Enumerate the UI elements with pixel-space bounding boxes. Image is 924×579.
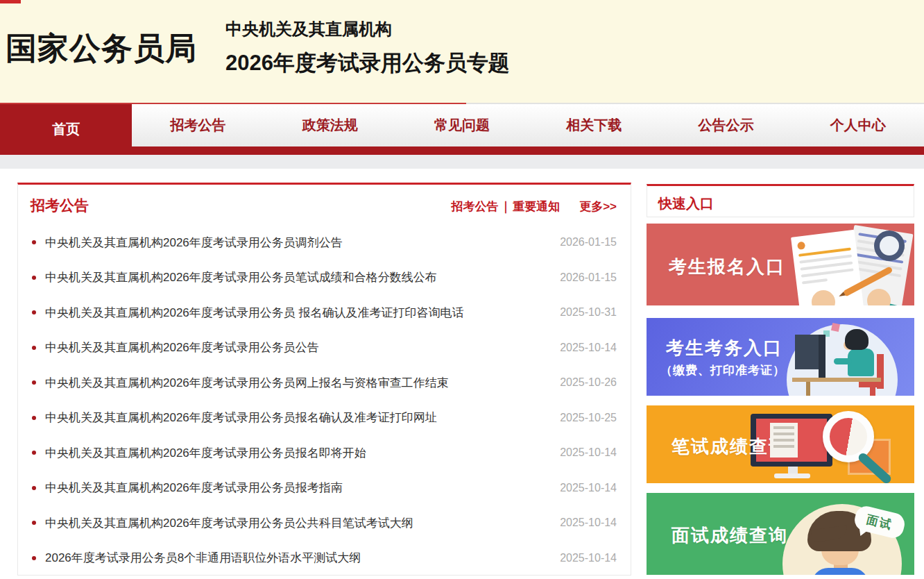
nav-tab-label: 公告公示	[699, 116, 754, 135]
site-logo: 国家公务员局	[6, 28, 197, 69]
main-nav: 首页 招考公告 政策法规 常见问题 相关下载 公告公示 个人中心	[0, 104, 924, 155]
bullet-icon	[32, 310, 36, 314]
announcement-title: 中央机关及其直属机构2026年度考试录用公务员报名即将开始	[45, 445, 551, 461]
bullet-icon	[32, 346, 36, 350]
card-registration-label: 考生报名入口	[669, 255, 785, 279]
announcement-date: 2025-10-26	[560, 376, 617, 389]
announcement-date: 2025-10-14	[560, 517, 617, 529]
header-titles: 中央机关及其直属机构 2026年度考试录用公务员专题	[225, 18, 510, 78]
announcement-title: 中央机关及其直属机构2026年度考试录用公务员公告	[45, 339, 551, 355]
announcement-item[interactable]: 中央机关及其直属机构2026年度考试录用公务员 报名确认及准考证打印咨询电话 2…	[32, 295, 617, 330]
nav-tab-4[interactable]: 相关下载	[528, 104, 660, 146]
nav-tab-label: 相关下载	[566, 116, 622, 135]
announcement-item[interactable]: 中央机关及其直属机构2026年度考试录用公务员报考指南 2025-10-14	[32, 471, 617, 506]
tab-important-notice[interactable]: 重要通知	[513, 199, 560, 215]
announcement-date: 2025-10-25	[560, 412, 617, 424]
announcement-title: 中央机关及其直属机构2026年度考试录用公务员笔试成绩和合格分数线公布	[45, 269, 551, 285]
announcement-date: 2025-10-14	[560, 446, 617, 459]
card-interview-score-label: 面试成绩查询	[671, 523, 788, 548]
clock-icon	[874, 230, 905, 261]
announcement-date: 2026-01-15	[560, 271, 617, 284]
announcement-title: 中央机关及其直属机构2026年度考试录用公务员网上报名与资格审查工作结束	[45, 375, 551, 391]
announcement-date: 2025-10-14	[560, 342, 617, 354]
announcements-title: 招考公告	[31, 196, 89, 215]
nav-tab-2[interactable]: 政策法规	[264, 104, 396, 146]
bullet-icon	[32, 556, 36, 560]
nav-tab-label: 首页	[52, 120, 80, 139]
announcement-item[interactable]: 中央机关及其直属机构2026年度考试录用公务员笔试成绩和合格分数线公布 2026…	[32, 260, 617, 296]
nav-red-stripe	[0, 146, 924, 155]
announcement-title: 中央机关及其直属机构2026年度考试录用公务员 报名确认及准考证打印咨询电话	[45, 305, 551, 321]
header-subtitle: 中央机关及其直属机构	[225, 18, 510, 40]
announcement-item[interactable]: 中央机关及其直属机构2026年度考试录用公务员报名即将开始 2025-10-14	[32, 435, 617, 471]
quick-entry-title: 快速入口	[647, 186, 914, 213]
card-exam-affairs-sublabel: （缴费、打印准考证）	[660, 362, 785, 378]
nav-tabs: 首页 招考公告 政策法规 常见问题 相关下载 公告公示 个人中心	[0, 104, 924, 146]
bullet-icon	[32, 240, 36, 244]
nav-tab-label: 招考公告	[170, 116, 225, 135]
announcements-panel: 招考公告 招考公告 ｜ 重要通知 更多>> 中央机关及其直属机构2026年度考试…	[17, 183, 631, 576]
card-written-score-query[interactable]: 笔试成绩查询	[647, 405, 914, 483]
announcement-item[interactable]: 中央机关及其直属机构2026年度考试录用公务员公告 2025-10-14	[32, 330, 617, 366]
announcement-title: 中央机关及其直属机构2026年度考试录用公务员公共科目笔试考试大纲	[45, 515, 551, 531]
announcement-date: 2026-01-15	[560, 236, 617, 249]
nav-tab-1[interactable]: 招考公告	[132, 104, 264, 146]
nav-tab-label: 政策法规	[302, 116, 358, 135]
bullet-icon	[32, 276, 36, 280]
main-content: 招考公告 招考公告 ｜ 重要通知 更多>> 中央机关及其直属机构2026年度考试…	[0, 169, 924, 579]
red-corner-mark	[0, 0, 21, 3]
card-interview-score-query[interactable]: 面试成绩查询 面试	[647, 493, 914, 575]
nav-tab-label: 常见问题	[434, 116, 490, 135]
announcement-title: 2026年度考试录用公务员8个非通用语职位外语水平测试大纲	[45, 550, 551, 566]
card-registration-entry[interactable]: 考生报名入口	[647, 224, 914, 305]
nav-tab-0[interactable]: 首页	[0, 104, 132, 155]
page-title: 2026年度考试录用公务员专题	[225, 49, 510, 78]
bullet-icon	[32, 486, 36, 490]
more-link[interactable]: 更多>>	[579, 199, 617, 215]
bullet-icon	[32, 416, 36, 420]
divider-band	[0, 155, 924, 169]
page-root: 国家公务员局 中央机关及其直属机构 2026年度考试录用公务员专题 首页 招考公…	[0, 0, 924, 579]
announcement-date: 2025-10-31	[560, 306, 617, 319]
announcement-date: 2025-10-14	[560, 552, 617, 564]
announcement-item[interactable]: 2026年度考试录用公务员8个非通用语职位外语水平测试大纲 2025-10-14	[32, 541, 617, 576]
announcement-item[interactable]: 中央机关及其直属机构2026年度考试录用公务员调剂公告 2026-01-15	[32, 225, 617, 260]
nav-tab-5[interactable]: 公告公示	[660, 104, 792, 146]
announcement-list: 中央机关及其直属机构2026年度考试录用公务员调剂公告 2026-01-15 中…	[18, 222, 631, 576]
announcement-item[interactable]: 中央机关及其直属机构2026年度考试录用公务员网上报名与资格审查工作结束 202…	[32, 365, 617, 401]
header-links-divider: ｜	[499, 199, 511, 215]
announcement-title: 中央机关及其直属机构2026年度考试录用公务员报名确认及准考证打印网址	[45, 410, 551, 426]
announcement-item[interactable]: 中央机关及其直属机构2026年度考试录用公务员报名确认及准考证打印网址 2025…	[32, 401, 617, 436]
nav-tab-label: 个人中心	[830, 116, 886, 135]
card-exam-affairs-label: 考生考务入口	[666, 336, 782, 360]
bullet-icon	[32, 380, 36, 385]
nav-tab-6[interactable]: 个人中心	[792, 104, 924, 146]
tab-announcements[interactable]: 招考公告	[451, 199, 498, 215]
announcement-item[interactable]: 中央机关及其直属机构2026年度考试录用公务员公共科目笔试考试大纲 2025-1…	[32, 505, 617, 541]
site-header: 国家公务员局 中央机关及其直属机构 2026年度考试录用公务员专题	[0, 0, 924, 103]
quick-entry-panel: 快速入口	[647, 184, 914, 217]
announcements-header-links: 招考公告 ｜ 重要通知 更多>>	[451, 199, 617, 215]
announcement-title: 中央机关及其直属机构2026年度考试录用公务员调剂公告	[45, 235, 551, 251]
card-exam-affairs-entry[interactable]: 考生考务入口 （缴费、打印准考证）	[647, 318, 914, 396]
bullet-icon	[32, 451, 36, 455]
interview-speech-bubble: 面试	[853, 504, 907, 540]
announcement-date: 2025-10-14	[560, 482, 617, 494]
nav-tab-3[interactable]: 常见问题	[396, 104, 528, 146]
announcement-title: 中央机关及其直属机构2026年度考试录用公务员报考指南	[45, 480, 551, 496]
announcements-header: 招考公告 招考公告 ｜ 重要通知 更多>>	[18, 185, 631, 222]
bullet-icon	[32, 521, 36, 525]
